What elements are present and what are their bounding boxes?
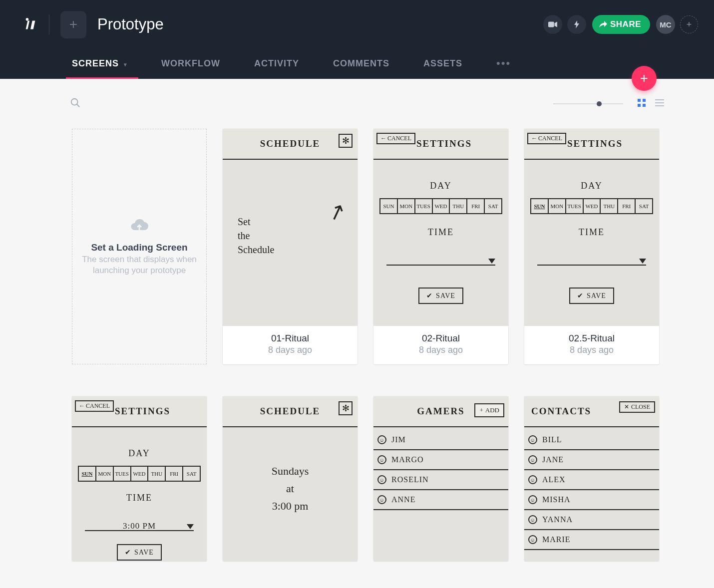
list-view-toggle[interactable]	[655, 99, 664, 109]
svg-rect-4	[638, 99, 641, 102]
mockup-header: SCHEDULE	[260, 138, 321, 149]
list-item: ☺JIM	[373, 430, 508, 450]
list-item: ☺JANE	[524, 450, 659, 470]
list-item: ☺MISHA	[524, 490, 659, 510]
tab-comments[interactable]: COMMENTS	[333, 50, 389, 79]
slider-thumb[interactable]	[597, 101, 602, 106]
tab-bar: SCREENS ▾ WORKFLOW ACTIVITY COMMENTS ASS…	[0, 49, 714, 79]
new-project-button[interactable]: +	[60, 11, 86, 38]
toolstrip	[0, 79, 714, 129]
chevron-down-icon: ▾	[124, 61, 127, 67]
time-dropdown-mock	[537, 254, 646, 266]
add-screen-fab[interactable]: +	[632, 66, 657, 91]
list-item: ☺MARIE	[524, 530, 659, 550]
tab-assets[interactable]: ASSETS	[423, 50, 462, 79]
day-cell: THU	[148, 467, 166, 481]
day-label: DAY	[379, 181, 502, 191]
screen-date: 8 days ago	[228, 345, 353, 355]
invision-logo-icon	[23, 17, 38, 32]
screen-card[interactable]: ← CANCEL SETTINGS DAY SUN MON TUES WED T…	[72, 396, 207, 561]
video-button[interactable]	[543, 15, 562, 34]
screen-thumbnail: SCHEDULE ✻ ↗ Set the Schedule	[223, 129, 357, 326]
loading-card-subtitle: The screen that displays when launching …	[80, 254, 198, 276]
share-label: SHARE	[610, 19, 641, 29]
mockup-header: SCHEDULE	[260, 406, 321, 417]
day-cell: FRI	[166, 467, 183, 481]
screen-card[interactable]: ← CANCEL SETTINGS DAY SUN MON TUES WED T…	[524, 129, 659, 364]
lightning-icon	[573, 20, 581, 28]
grid-view-toggle[interactable]	[637, 98, 646, 109]
share-button[interactable]: SHARE	[592, 15, 650, 34]
time-label: TIME	[379, 227, 502, 238]
top-bar: + Prototype SHARE MC +	[0, 0, 714, 49]
arrow-icon: ↗	[325, 197, 350, 226]
screen-card[interactable]: SCHEDULE ✻ Sundays at 3:00 pm	[223, 396, 357, 561]
day-label: DAY	[78, 448, 201, 459]
svg-point-0	[26, 18, 28, 20]
add-collaborator-button[interactable]: +	[680, 15, 698, 33]
time-label: TIME	[78, 493, 201, 503]
search-icon	[70, 97, 81, 108]
freehand-button[interactable]	[567, 15, 586, 34]
mockup-header: SETTINGS	[567, 138, 623, 149]
day-cell: MON	[549, 199, 566, 213]
screen-card[interactable]: CONTACTS ✕ CLOSE ☺BILL ☺JANE ☺ALEX ☺MISH…	[524, 396, 659, 561]
day-strip: SUN MON TUES WED THU FRI SAT	[78, 466, 201, 482]
screen-date: 8 days ago	[378, 345, 503, 355]
svg-rect-1	[548, 22, 554, 27]
search-button[interactable]	[70, 97, 81, 110]
avatar[interactable]: MC	[656, 15, 675, 34]
close-button-mock: ✕ CLOSE	[619, 401, 655, 413]
schedule-summary: Sundays at 3:00 pm	[223, 462, 357, 515]
tab-workflow[interactable]: WORKFLOW	[161, 50, 220, 79]
svg-rect-5	[643, 99, 646, 102]
thumbnail-size-slider[interactable]	[553, 103, 623, 104]
time-dropdown-mock	[85, 519, 194, 531]
day-cell: FRI	[618, 199, 636, 213]
tab-screens[interactable]: SCREENS ▾	[72, 50, 127, 79]
day-cell: SUN	[79, 467, 96, 481]
share-arrow-icon	[599, 20, 607, 28]
mockup-header: CONTACTS	[531, 406, 591, 417]
screen-thumbnail: ← CANCEL SETTINGS DAY SUN MON TUES WED T…	[72, 396, 207, 561]
day-cell: TUES	[415, 199, 433, 213]
mockup-header: SETTINGS	[115, 406, 170, 417]
list-item: ☺ROSELIN	[373, 470, 508, 490]
screen-card[interactable]: GAMERS + ADD ☺JIM ☺MARGO ☺ROSELIN ☺ANNE	[373, 396, 508, 561]
day-strip: SUN MON TUES WED THU FRI SAT	[379, 198, 502, 214]
day-strip: SUN MON TUES WED THU FRI SAT	[530, 198, 653, 214]
screen-title: 02-Ritual	[378, 333, 503, 344]
screen-thumbnail: ← CANCEL SETTINGS DAY SUN MON TUES WED T…	[524, 129, 659, 326]
set-loading-screen-card[interactable]: Set a Loading Screen The screen that dis…	[72, 129, 207, 364]
day-cell: WED	[433, 199, 450, 213]
day-cell: WED	[584, 199, 601, 213]
save-button-mock: ✔ SAVE	[418, 288, 463, 304]
day-cell: WED	[131, 467, 149, 481]
loading-card-title: Set a Loading Screen	[91, 242, 187, 253]
tab-activity[interactable]: ACTIVITY	[254, 50, 299, 79]
save-button-mock: ✔ SAVE	[569, 288, 614, 304]
project-title: Prototype	[97, 15, 164, 33]
add-button-mock: + ADD	[474, 403, 504, 417]
gamers-list: ☺JIM ☺MARGO ☺ROSELIN ☺ANNE	[373, 430, 508, 510]
mockup-header: SETTINGS	[416, 138, 472, 149]
screen-card[interactable]: ← CANCEL SETTINGS DAY SUN MON TUES WED T…	[373, 129, 508, 364]
list-item: ☺MARGO	[373, 450, 508, 470]
day-cell: SAT	[485, 199, 501, 213]
cancel-button-mock: ← CANCEL	[75, 400, 114, 412]
day-cell: SAT	[183, 467, 200, 481]
tab-label: ASSETS	[423, 58, 462, 68]
day-cell: MON	[96, 467, 114, 481]
screen-card[interactable]: SCHEDULE ✻ ↗ Set the Schedule 01-Ritual …	[223, 129, 357, 364]
contacts-list: ☺BILL ☺JANE ☺ALEX ☺MISHA ☺YANNA ☺MARIE	[524, 430, 659, 550]
tab-overflow[interactable]: •••	[496, 57, 511, 79]
svg-rect-6	[638, 104, 641, 107]
mockup-header: GAMERS	[417, 406, 464, 417]
screen-thumbnail: GAMERS + ADD ☺JIM ☺MARGO ☺ROSELIN ☺ANNE	[373, 396, 508, 561]
screen-date: 8 days ago	[529, 345, 654, 355]
screens-grid: Set a Loading Screen The screen that dis…	[0, 129, 714, 561]
list-item: ☺ANNE	[373, 490, 508, 510]
day-cell: THU	[450, 199, 467, 213]
save-button-mock: ✔ SAVE	[117, 544, 162, 561]
day-cell: FRI	[467, 199, 485, 213]
